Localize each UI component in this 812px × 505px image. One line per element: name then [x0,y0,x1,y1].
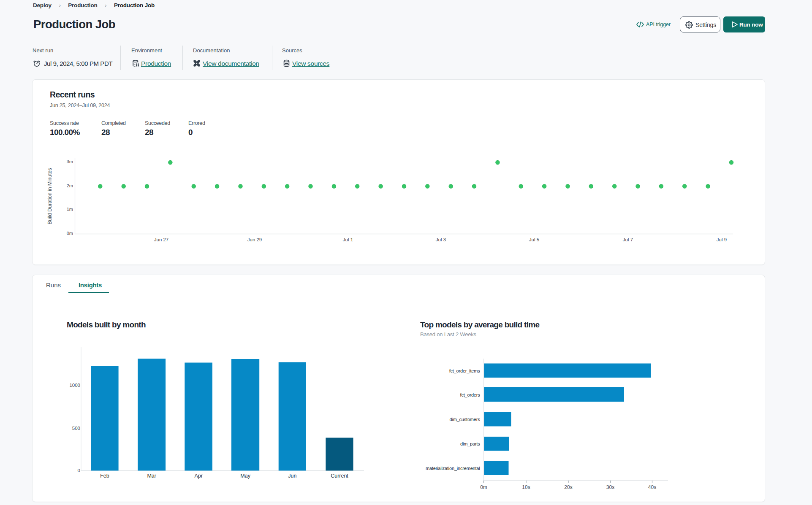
svg-text:Current: Current [331,473,348,479]
svg-text:Jun 27: Jun 27 [154,237,169,242]
svg-text:2m: 2m [67,183,73,188]
svg-text:fct_orders: fct_orders [460,392,481,397]
svg-text:Jul 9: Jul 9 [717,237,727,242]
svg-text:Jul 5: Jul 5 [529,237,539,242]
svg-text:Jun: Jun [288,473,296,479]
svg-text:0m: 0m [480,484,487,490]
svg-text:1m: 1m [67,207,73,212]
svg-text:3m: 3m [67,159,73,164]
svg-text:Jul 1: Jul 1 [343,237,353,242]
svg-text:May: May [240,473,250,479]
svg-text:0m: 0m [67,231,73,236]
svg-text:500: 500 [72,426,80,431]
svg-text:Build Duration in Minutes: Build Duration in Minutes [47,168,53,224]
svg-text:dim_customers: dim_customers [450,417,481,422]
svg-text:materialization_incremental: materialization_incremental [426,466,480,471]
svg-text:fct_order_items: fct_order_items [449,368,481,373]
svg-text:Mar: Mar [147,473,156,479]
svg-text:Jul 3: Jul 3 [436,237,446,242]
svg-text:Jul 7: Jul 7 [623,237,633,242]
svg-text:20s: 20s [564,484,572,490]
svg-text:40s: 40s [648,484,656,490]
svg-text:Apr: Apr [194,473,202,479]
svg-text:dim_parts: dim_parts [460,441,480,446]
svg-text:1000: 1000 [69,383,80,388]
svg-text:0: 0 [78,468,80,473]
svg-text:Feb: Feb [100,473,109,479]
svg-text:Jun 29: Jun 29 [247,237,262,242]
svg-text:30s: 30s [606,484,614,490]
svg-text:10s: 10s [522,484,530,490]
